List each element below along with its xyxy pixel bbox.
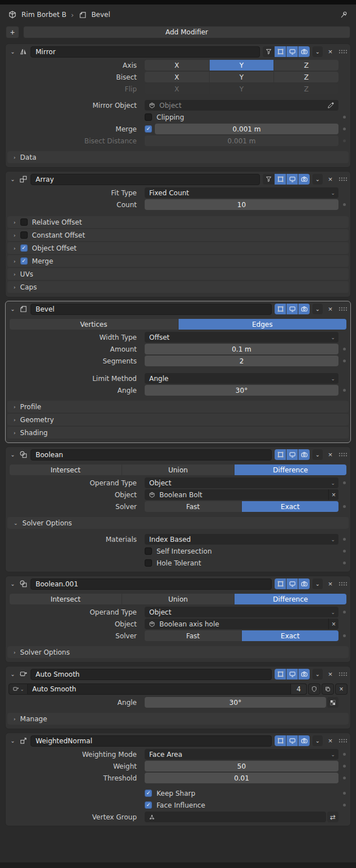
difference-button[interactable]: Difference [235,464,346,475]
boolean-object-field[interactable]: Boolean Bolt × [145,489,338,500]
extras-menu-button[interactable]: ⌄ [312,578,323,589]
angle-field[interactable]: 30° [145,385,338,396]
modifier-name-field[interactable]: WeightedNormal [31,735,272,747]
decorator[interactable] [338,505,350,508]
solver-fast-button[interactable]: Fast [145,630,241,641]
decorator[interactable] [338,203,350,206]
decorator[interactable] [338,116,350,119]
expand-icon[interactable]: ⌄ [10,306,16,312]
weight-field[interactable]: 50 [145,761,338,771]
on-cage-toggle-icon[interactable] [263,46,274,57]
decorator[interactable] [338,562,350,564]
subpanel-merge[interactable]: › Merge [7,255,349,267]
decorator[interactable] [338,360,350,362]
count-field[interactable]: 10 [145,199,338,210]
intersect-button[interactable]: Intersect [10,464,121,475]
extras-menu-button[interactable]: ⌄ [312,174,323,185]
angle-field[interactable]: 30° [145,697,326,708]
add-modifier-button[interactable]: Add Modifier [23,26,350,38]
expand-icon[interactable]: ⌄ [10,49,16,55]
amount-field[interactable]: 0.1 m [145,344,338,354]
duplicate-icon[interactable] [322,683,334,695]
object-offset-checkbox[interactable] [20,244,28,252]
fake-user-shield-icon[interactable] [308,683,320,695]
extras-menu-button[interactable]: ⌄ [312,304,323,314]
clipping-checkbox[interactable] [145,113,152,121]
boolean-object-field[interactable]: Boolean axis hole × [145,619,338,629]
expand-icon[interactable]: ⌄ [10,451,16,458]
materials-dropdown[interactable]: Index Based ⌄ [145,534,338,545]
drag-handle[interactable] [338,49,348,54]
merge-checkbox[interactable] [20,257,28,265]
invert-vertex-group-icon[interactable]: ⇄ [327,812,338,822]
decorator[interactable] [338,389,350,392]
remove-modifier-button[interactable]: × [325,174,335,185]
on-cage-toggle-icon[interactable] [263,174,274,185]
edit-mode-toggle-icon[interactable] [275,449,286,460]
auto-smooth-header[interactable]: ⌄ Auto Smooth ⌄ × [6,667,350,682]
axis-x-button[interactable]: X [145,60,209,71]
solver-exact-button[interactable]: Exact [242,501,338,512]
bisect-y-button[interactable]: Y [210,72,274,82]
axis-y-button[interactable]: Y [210,60,274,71]
array-header[interactable]: ⌄ Array ⌄ × [6,172,350,187]
decorator[interactable] [338,611,350,613]
expand-icon[interactable]: ⌄ [10,176,16,182]
intersect-button[interactable]: Intersect [10,594,121,604]
remove-modifier-button[interactable]: × [325,449,335,460]
decorator[interactable] [338,481,350,484]
subpanel-caps[interactable]: › Caps [7,281,349,293]
drag-handle[interactable] [338,177,348,182]
subpanel-constant-offset[interactable]: › Constant Offset [7,229,349,241]
render-toggle-icon[interactable] [298,174,310,185]
bisect-z-button[interactable]: Z [274,72,338,82]
edit-mode-toggle-icon[interactable] [275,735,286,746]
subpanel-geometry[interactable]: › Geometry [7,414,349,426]
solver-fast-button[interactable]: Fast [145,501,241,512]
subpanel-uvs[interactable]: › UVs [7,268,349,280]
node-group-name-field[interactable]: Auto Smooth [28,683,291,695]
extras-menu-button[interactable]: ⌄ [312,46,323,57]
realtime-toggle-icon[interactable] [286,578,298,589]
weighting-mode-dropdown[interactable]: Face Area ⌄ [145,749,338,760]
users-count-button[interactable]: 4 [291,683,307,695]
realtime-toggle-icon[interactable] [286,174,298,185]
remove-modifier-button[interactable]: × [325,304,335,314]
modifier-name-field[interactable]: Array [31,174,260,185]
browse-node-group-button[interactable]: ⌄ [8,683,28,695]
unlink-icon[interactable]: × [335,683,348,695]
render-toggle-icon[interactable] [298,578,310,589]
decorator[interactable] [338,348,350,350]
edit-mode-toggle-icon[interactable] [275,578,286,589]
remove-modifier-button[interactable]: × [325,46,335,57]
mirror-object-field[interactable]: Object [145,100,338,111]
decorator[interactable] [338,753,350,756]
realtime-toggle-icon[interactable] [286,46,298,57]
remove-modifier-button[interactable]: × [325,669,335,680]
affect-vertices-button[interactable]: Vertices [10,319,178,330]
self-intersection-checkbox[interactable] [145,547,152,555]
expand-icon[interactable]: ⌄ [10,738,16,744]
extras-menu-button[interactable]: ⌄ [312,449,323,460]
union-button[interactable]: Union [122,464,234,475]
axis-z-button[interactable]: Z [274,60,338,71]
eyedropper-icon[interactable] [327,102,335,109]
decorator[interactable] [338,128,350,130]
decorator[interactable] [338,538,350,541]
operand-type-dropdown[interactable]: Object ⌄ [145,477,338,488]
solver-exact-button[interactable]: Exact [242,630,338,641]
realtime-toggle-icon[interactable] [286,735,298,746]
difference-button[interactable]: Difference [235,594,346,604]
decorator[interactable] [338,634,350,637]
subpanel-profile[interactable]: › Profile [7,401,349,413]
attribute-toggle-icon[interactable] [327,697,338,708]
subpanel-shading[interactable]: › Shading [7,427,349,439]
extras-menu-button[interactable]: ⌄ [312,669,323,680]
subpanel-data[interactable]: › Data [7,151,349,163]
modifier-name-field[interactable]: Boolean.001 [31,578,272,590]
edit-mode-toggle-icon[interactable] [275,304,286,314]
drag-handle[interactable] [338,452,348,457]
render-toggle-icon[interactable] [298,669,310,680]
limit-method-dropdown[interactable]: Angle ⌄ [145,373,338,384]
drag-handle[interactable] [338,581,348,586]
